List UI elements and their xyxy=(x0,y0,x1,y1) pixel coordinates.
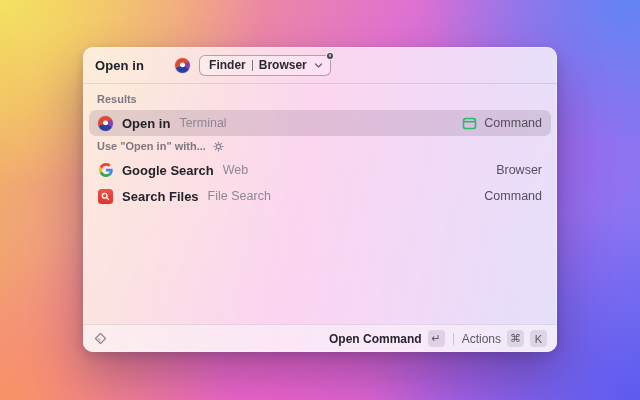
open-in-extension-icon xyxy=(175,58,190,73)
raycast-diamond-icon xyxy=(93,331,108,346)
gear-icon[interactable] xyxy=(213,141,224,152)
row-google-search[interactable]: Google Search Web Browser xyxy=(89,157,551,183)
target-app-dropdown[interactable]: Finder Browser xyxy=(199,55,331,76)
row-subtitle: Web xyxy=(223,163,248,177)
actions-label: Actions xyxy=(462,332,501,346)
primary-action-label: Open Command xyxy=(329,332,422,346)
row-title: Google Search xyxy=(122,163,214,178)
results-section-label: Results xyxy=(97,93,137,105)
results-section-header: Results xyxy=(89,89,551,110)
file-search-icon xyxy=(98,189,113,204)
notification-badge xyxy=(326,52,334,60)
command-keycap: ⌘ xyxy=(507,330,524,347)
use-with-section-label: Use "Open in" with... xyxy=(97,140,206,152)
row-search-files[interactable]: Search Files File Search Command xyxy=(89,183,551,209)
launcher-window: Open in Finder Browser Results Open in T… xyxy=(83,47,557,352)
launcher-footer: Open Command ↵ Actions ⌘ K xyxy=(83,324,557,352)
row-accessory-label: Command xyxy=(484,189,542,203)
terminal-window-icon xyxy=(462,116,477,131)
open-command-button[interactable]: Open Command ↵ xyxy=(329,330,445,347)
return-keycap: ↵ xyxy=(428,330,445,347)
use-with-section-header: Use "Open in" with... xyxy=(89,136,551,157)
results-list: Results Open in Terminal Command Use "Op… xyxy=(83,84,557,324)
row-accessory: Command xyxy=(462,116,542,131)
row-accessory-label: Command xyxy=(484,116,542,130)
row-subtitle: Terminal xyxy=(179,116,226,130)
footer-divider xyxy=(453,333,454,345)
command-title: Open in xyxy=(95,58,144,73)
row-open-in-terminal[interactable]: Open in Terminal Command xyxy=(89,110,551,136)
actions-button[interactable]: Actions ⌘ K xyxy=(462,330,547,347)
row-accessory: Browser xyxy=(496,163,542,177)
dropdown-option-browser: Browser xyxy=(259,58,307,72)
k-keycap: K xyxy=(530,330,547,347)
row-title: Search Files xyxy=(122,189,199,204)
dropdown-option-finder: Finder xyxy=(209,58,246,72)
row-accessory-label: Browser xyxy=(496,163,542,177)
chevron-down-icon xyxy=(314,61,323,70)
google-g-icon xyxy=(98,163,113,178)
desktop-background: Open in Finder Browser Results Open in T… xyxy=(0,0,640,400)
row-accessory: Command xyxy=(484,189,542,203)
launcher-header: Open in Finder Browser xyxy=(83,47,557,84)
dropdown-option-divider xyxy=(252,60,253,71)
footer-actions: Open Command ↵ Actions ⌘ K xyxy=(329,330,547,347)
row-subtitle: File Search xyxy=(208,189,271,203)
open-in-circle-icon xyxy=(98,116,113,131)
row-title: Open in xyxy=(122,116,170,131)
